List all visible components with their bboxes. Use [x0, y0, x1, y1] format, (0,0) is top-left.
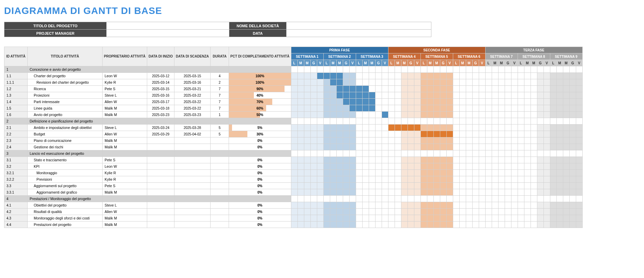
gantt-cell[interactable]	[291, 196, 297, 202]
gantt-cell[interactable]	[427, 105, 433, 112]
gantt-cell[interactable]	[576, 92, 582, 99]
gantt-cell[interactable]	[297, 144, 304, 150]
gantt-cell[interactable]	[356, 196, 362, 202]
gantt-cell[interactable]	[408, 86, 414, 92]
gantt-cell[interactable]	[369, 73, 375, 79]
gantt-cell[interactable]	[362, 73, 369, 79]
gantt-cell[interactable]	[531, 131, 537, 137]
gantt-cell[interactable]	[336, 79, 343, 86]
gantt-cell[interactable]	[492, 92, 498, 99]
gantt-cell[interactable]	[479, 215, 485, 222]
gantt-cell[interactable]	[362, 163, 369, 170]
gantt-cell[interactable]	[408, 112, 414, 118]
gantt-cell[interactable]	[433, 144, 440, 150]
gantt-cell[interactable]	[304, 73, 310, 79]
gantt-cell[interactable]	[323, 137, 330, 144]
task-owner[interactable]: Malik M	[103, 105, 147, 112]
gantt-cell[interactable]	[453, 79, 459, 86]
gantt-cell[interactable]	[531, 125, 537, 131]
gantt-cell[interactable]	[479, 163, 485, 170]
gantt-cell[interactable]	[563, 170, 569, 176]
gantt-cell[interactable]	[401, 73, 408, 79]
gantt-cell[interactable]	[401, 189, 408, 196]
gantt-cell[interactable]	[531, 86, 537, 92]
gantt-cell[interactable]	[408, 189, 414, 196]
gantt-cell[interactable]	[576, 118, 582, 125]
gantt-cell[interactable]	[446, 73, 453, 79]
gantt-cell[interactable]	[505, 66, 511, 73]
gantt-cell[interactable]	[310, 86, 317, 92]
gantt-cell[interactable]	[356, 189, 362, 196]
gantt-cell[interactable]	[550, 176, 556, 183]
gantt-cell[interactable]	[550, 99, 556, 105]
gantt-cell[interactable]	[356, 66, 362, 73]
task-title[interactable]: Parti interessate	[28, 99, 103, 105]
gantt-cell[interactable]	[466, 125, 472, 131]
task-id[interactable]: 2.4	[4, 144, 28, 150]
gantt-cell[interactable]	[466, 137, 472, 144]
gantt-cell[interactable]	[401, 112, 408, 118]
gantt-cell[interactable]	[569, 170, 576, 176]
gantt-cell[interactable]	[472, 118, 479, 125]
gantt-cell[interactable]	[433, 215, 440, 222]
gantt-cell[interactable]	[563, 163, 569, 170]
gantt-cell[interactable]	[291, 144, 297, 150]
gantt-cell[interactable]	[446, 189, 453, 196]
task-duration[interactable]	[211, 170, 229, 176]
gantt-cell[interactable]	[323, 183, 330, 189]
gantt-cell[interactable]	[453, 189, 459, 196]
task-pct[interactable]: 70%	[229, 99, 291, 105]
gantt-cell[interactable]	[388, 92, 395, 99]
gantt-cell[interactable]	[323, 112, 330, 118]
task-end[interactable]: 2025-03-15	[174, 73, 210, 79]
gantt-cell[interactable]	[343, 176, 349, 183]
gantt-cell[interactable]	[362, 92, 369, 99]
gantt-cell[interactable]	[414, 79, 420, 86]
gantt-cell[interactable]	[511, 99, 518, 105]
gantt-cell[interactable]	[498, 92, 505, 99]
gantt-cell[interactable]	[323, 157, 330, 163]
gantt-cell[interactable]	[336, 189, 343, 196]
gantt-cell[interactable]	[576, 105, 582, 112]
task-id[interactable]: 1.5	[4, 105, 28, 112]
task-id[interactable]: 1	[4, 66, 28, 73]
gantt-cell[interactable]	[343, 86, 349, 92]
gantt-cell[interactable]	[472, 73, 479, 79]
gantt-cell[interactable]	[511, 92, 518, 99]
gantt-cell[interactable]	[498, 215, 505, 222]
gantt-cell[interactable]	[518, 144, 524, 150]
gantt-cell[interactable]	[543, 157, 550, 163]
gantt-cell[interactable]	[336, 150, 343, 157]
gantt-cell[interactable]	[382, 79, 388, 86]
gantt-cell[interactable]	[505, 125, 511, 131]
gantt-cell[interactable]	[395, 215, 401, 222]
gantt-cell[interactable]	[433, 105, 440, 112]
gantt-cell[interactable]	[556, 209, 563, 215]
gantt-cell[interactable]	[356, 105, 362, 112]
gantt-cell[interactable]	[518, 99, 524, 105]
gantt-cell[interactable]	[414, 170, 420, 176]
gantt-cell[interactable]	[382, 183, 388, 189]
task-title[interactable]: Proiezioni	[28, 92, 103, 99]
task-end[interactable]	[174, 196, 210, 202]
gantt-cell[interactable]	[401, 157, 408, 163]
gantt-cell[interactable]	[420, 170, 427, 176]
task-end[interactable]	[174, 157, 210, 163]
gantt-cell[interactable]	[375, 209, 382, 215]
gantt-cell[interactable]	[472, 125, 479, 131]
task-end[interactable]	[174, 215, 210, 222]
gantt-cell[interactable]	[317, 176, 323, 183]
gantt-cell[interactable]	[382, 118, 388, 125]
gantt-cell[interactable]	[576, 202, 582, 209]
gantt-cell[interactable]	[297, 176, 304, 183]
gantt-cell[interactable]	[537, 144, 543, 150]
gantt-cell[interactable]	[524, 144, 531, 150]
gantt-cell[interactable]	[408, 79, 414, 86]
gantt-cell[interactable]	[505, 189, 511, 196]
task-start[interactable]: 2025-03-23	[147, 112, 174, 118]
gantt-cell[interactable]	[420, 144, 427, 150]
gantt-cell[interactable]	[317, 112, 323, 118]
gantt-cell[interactable]	[576, 209, 582, 215]
task-owner[interactable]: Allen W	[103, 209, 147, 215]
gantt-cell[interactable]	[297, 202, 304, 209]
